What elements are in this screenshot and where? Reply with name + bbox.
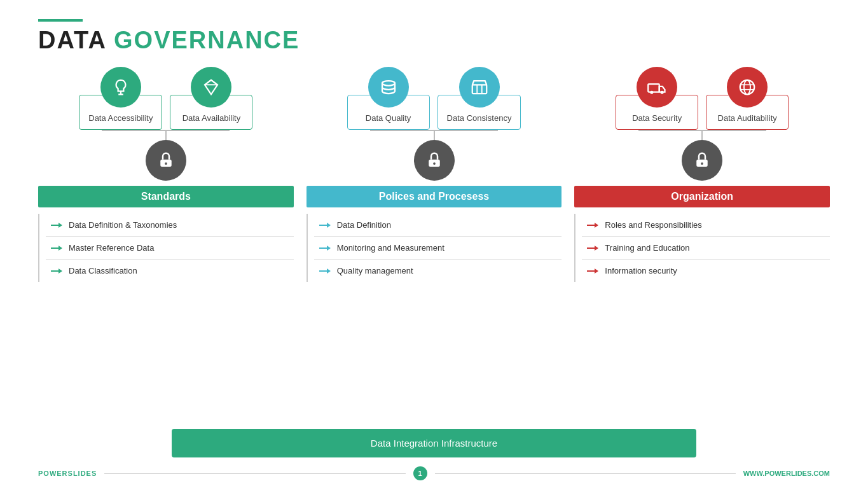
list-item: Master Reference Data	[46, 237, 294, 260]
arrow-icon	[51, 244, 62, 252]
svg-rect-6	[472, 85, 486, 94]
footer-page-badge: 1	[413, 466, 427, 480]
list-item: Information security	[582, 260, 830, 282]
list-item: Data Definition	[314, 214, 562, 237]
icon-box-security: Data Security	[616, 67, 698, 130]
svg-point-13	[661, 91, 663, 94]
policies-list: Data Definition Monitoring and Measureme…	[307, 214, 562, 282]
organization-icons: Data Security Data Auditability	[616, 67, 789, 130]
svg-marker-1	[205, 80, 217, 95]
svg-point-19	[701, 162, 703, 165]
list-item-text: Data Definition	[337, 220, 391, 230]
svg-point-14	[740, 80, 755, 95]
standards-h-connector	[38, 130, 294, 140]
footer-brand-left: POWERSLIDES	[38, 470, 97, 477]
lock-icon-standards	[156, 151, 176, 170]
security-icon-circle	[637, 67, 677, 108]
org-lock	[682, 140, 722, 181]
standards-header: Standards	[38, 186, 294, 207]
list-item: Quality management	[314, 260, 562, 282]
org-list: Roles and Responsibilities Training and …	[574, 214, 830, 282]
title-bar	[38, 19, 83, 22]
arrow-icon	[319, 244, 331, 252]
list-item-text: Quality management	[337, 266, 413, 275]
policies-icons: Data Quality Data Consistency	[347, 67, 521, 130]
page-title: DATA GOVERNANCE	[38, 27, 830, 54]
accessibility-icon-circle	[100, 67, 141, 108]
globe-icon	[738, 78, 757, 97]
footer-brand-right: WWW.POWERLIDES.COM	[743, 470, 830, 477]
list-item-text: Information security	[605, 266, 677, 275]
col-organization: Data Security Data Auditability Organiza…	[574, 67, 830, 282]
list-item-text: Training and Education	[605, 243, 689, 253]
policies-header: Polices and Procesess	[307, 186, 562, 207]
main-content: Data Accessibility Data Availability Sta…	[38, 67, 830, 282]
diamond-icon	[202, 78, 221, 97]
bulb-icon	[111, 78, 130, 97]
footer-line-right	[435, 473, 736, 474]
title-part2: GOVERNANCE	[114, 27, 300, 53]
title-part1: DATA	[38, 27, 114, 53]
arrow-icon	[51, 221, 62, 229]
bottom-banner: Data Integration Infrastructure	[172, 429, 696, 457]
col-policies: Data Quality Data Consistency Polices an…	[307, 67, 562, 282]
svg-rect-11	[648, 84, 659, 92]
store-icon	[470, 78, 489, 97]
truck-icon	[647, 78, 666, 97]
standards-lock	[146, 140, 186, 181]
availability-icon-circle	[191, 67, 231, 108]
svg-point-5	[382, 81, 395, 86]
svg-point-10	[433, 162, 436, 165]
list-item-text: Master Reference Data	[69, 243, 154, 253]
list-item: Data Classification	[46, 260, 294, 282]
icon-box-auditability: Data Auditability	[706, 67, 789, 130]
quality-icon-circle	[368, 67, 409, 108]
org-h-connector	[574, 130, 830, 140]
svg-point-12	[651, 91, 653, 94]
arrow-icon	[587, 267, 598, 275]
standards-list: Data Definition & Taxonomies Master Refe…	[38, 214, 294, 282]
footer-line-left	[104, 473, 405, 474]
arrow-icon	[319, 267, 331, 275]
consistency-icon-circle	[459, 67, 500, 108]
list-item-text: Monitoring and Measurement	[337, 243, 444, 253]
footer-brand-left-text: POWERSLIDES	[38, 470, 97, 477]
svg-point-15	[744, 80, 750, 95]
icon-box-consistency: Data Consistency	[437, 67, 521, 130]
title-area: DATA GOVERNANCE	[38, 19, 830, 54]
icon-box-quality: Data Quality	[347, 67, 430, 130]
lock-icon-policies	[425, 151, 444, 170]
arrow-icon	[319, 221, 331, 229]
policies-h-connector	[307, 130, 562, 140]
list-item: Roles and Responsibilities	[582, 214, 830, 237]
icon-box-accessibility: Data Accessibility	[79, 67, 162, 130]
icon-box-availability: Data Availability	[170, 67, 252, 130]
standards-icons: Data Accessibility Data Availability	[79, 67, 252, 130]
org-header: Organization	[574, 186, 830, 207]
list-item: Monitoring and Measurement	[314, 237, 562, 260]
list-item: Data Definition & Taxonomies	[46, 214, 294, 237]
list-item-text: Data Definition & Taxonomies	[69, 220, 177, 230]
svg-point-4	[165, 162, 167, 165]
col-standards: Data Accessibility Data Availability Sta…	[38, 67, 294, 282]
list-item-text: Roles and Responsibilities	[605, 220, 701, 230]
list-item-text: Data Classification	[69, 266, 137, 275]
arrow-icon	[587, 221, 598, 229]
db-icon	[379, 78, 398, 97]
list-item: Training and Education	[582, 237, 830, 260]
lock-icon-org	[692, 151, 712, 170]
arrow-icon	[587, 244, 598, 252]
footer: POWERSLIDES 1 WWW.POWERLIDES.COM	[38, 466, 830, 480]
slide: DATA GOVERNANCE Data Accessibility Data …	[0, 0, 868, 488]
arrow-icon	[51, 267, 62, 275]
auditability-icon-circle	[727, 67, 768, 108]
policies-lock	[414, 140, 455, 181]
